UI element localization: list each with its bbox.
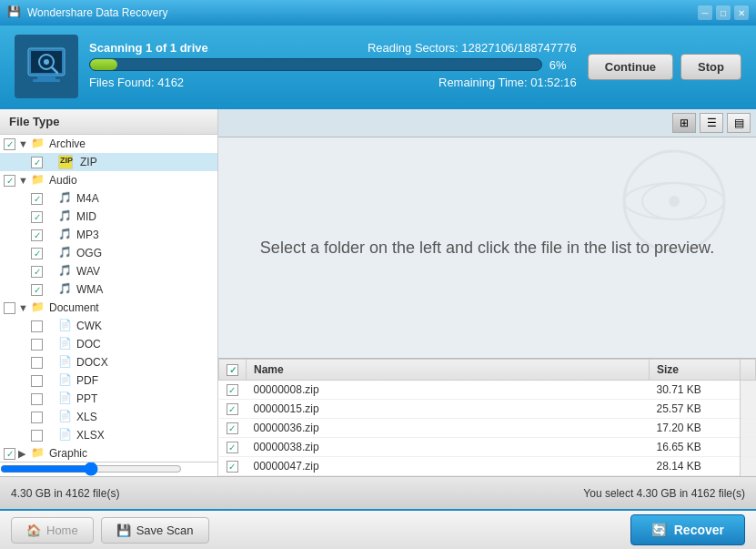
tree-check-pdf[interactable]	[31, 375, 43, 387]
cwk-icon: 📄	[58, 319, 73, 333]
row-size-1: 25.57 KB	[650, 400, 741, 419]
scroll-cell	[741, 438, 756, 457]
file-list: Name Size 00000008.zip 30.71 KB 00000015…	[218, 358, 756, 476]
close-button[interactable]: ✕	[734, 5, 749, 20]
zip-icon: ZIP	[58, 155, 73, 169]
progress-percent: 6%	[549, 58, 577, 72]
row-check-0[interactable]	[227, 384, 238, 396]
tree-item-zip[interactable]: ZIP ZIP	[0, 153, 217, 171]
tree-check-mp3[interactable]	[31, 229, 43, 241]
tree-check-zip[interactable]	[31, 157, 43, 168]
tree-hscroll[interactable]	[0, 463, 182, 475]
window-controls: ─ □ ✕	[698, 5, 749, 20]
table-row[interactable]: 00000008.zip 30.71 KB	[219, 381, 756, 400]
table-header-row: Name Size	[219, 360, 756, 381]
row-name-4: 00000047.zip	[247, 457, 650, 476]
stop-button[interactable]: Stop	[680, 54, 741, 80]
tree-item-m4a[interactable]: 🎵 M4A	[0, 189, 217, 208]
tree-check-doc[interactable]	[31, 339, 43, 351]
minimize-button[interactable]: ─	[698, 5, 712, 20]
ogg-icon: 🎵	[58, 246, 73, 260]
expand-archive[interactable]: ▼	[18, 138, 29, 149]
tree-item-wma[interactable]: 🎵 WMA	[0, 280, 217, 299]
tree-check-m4a[interactable]	[31, 193, 43, 205]
file-table: Name Size 00000008.zip 30.71 KB 00000015…	[218, 359, 756, 476]
tree-item-mid[interactable]: 🎵 MID	[0, 208, 217, 226]
continue-button[interactable]: Continue	[588, 54, 673, 80]
tree-check-xlsx[interactable]	[31, 430, 43, 442]
tree-scrollbar-x[interactable]	[0, 462, 217, 476]
tree-item-audio[interactable]: ▼ 📁 Audio	[0, 171, 217, 189]
tree-check-wma[interactable]	[31, 284, 43, 296]
tree-item-xlsx[interactable]: 📄 XLSX	[0, 426, 217, 444]
row-check-2[interactable]	[227, 422, 238, 434]
tree-check-cwk[interactable]	[31, 320, 43, 332]
m4a-icon: 🎵	[58, 191, 73, 206]
scanning-label: Scanning 1 of 1 drive	[89, 41, 208, 55]
scroll-cell	[741, 457, 756, 476]
titlebar: 💾 Wondershare Data Recovery ─ □ ✕	[0, 0, 756, 25]
tree-item-document[interactable]: ▼ 📁 Document	[0, 299, 217, 317]
tree-check-mid[interactable]	[31, 211, 43, 223]
col-check-header	[219, 360, 247, 381]
tree-check-ppt[interactable]	[31, 393, 43, 405]
tree-item-docx[interactable]: 📄 DOCX	[0, 353, 217, 371]
select-all-check[interactable]	[227, 364, 238, 376]
tree-item-cwk[interactable]: 📄 CWK	[0, 317, 217, 335]
tree-item-archive[interactable]: ▼ 📁 Archive	[0, 135, 217, 153]
row-size-2: 17.20 KB	[650, 419, 741, 438]
table-row[interactable]: 00000015.zip 25.57 KB	[219, 400, 756, 419]
table-row[interactable]: 00000047.zip 28.14 KB	[219, 457, 756, 476]
tree-check-docx[interactable]	[31, 357, 43, 369]
status-left: 4.30 GB in 4162 file(s)	[11, 487, 583, 500]
actionbar: 🏠 Home 💾 Save Scan 🔄 Recover	[0, 509, 756, 549]
scan-icon-container	[15, 35, 78, 98]
tree-container[interactable]: ▼ 📁 Archive ZIP ZIP ▼ 📁 Audio 🎵	[0, 135, 217, 462]
tree-item-xls[interactable]: 📄 XLS	[0, 408, 217, 426]
expand-graphic[interactable]: ▶	[18, 448, 29, 460]
row-check-3[interactable]	[227, 442, 238, 453]
view-toolbar: ⊞ ☰ ▤	[218, 109, 756, 137]
expand-audio[interactable]: ▼	[18, 175, 29, 186]
tree-check-archive[interactable]	[4, 138, 15, 150]
table-row[interactable]: 00000036.zip 17.20 KB	[219, 419, 756, 438]
tree-item-graphic[interactable]: ▶ 📁 Graphic	[0, 444, 217, 462]
view-list-button[interactable]: ☰	[700, 113, 723, 133]
tree-item-pdf[interactable]: 📄 PDF	[0, 371, 217, 390]
reading-label: Reading Sectors: 12827106/188747776	[368, 41, 577, 55]
scan-buttons: Continue Stop	[588, 54, 741, 80]
tree-check-graphic[interactable]	[4, 448, 15, 460]
file-rows: 00000008.zip 30.71 KB 00000015.zip 25.57…	[219, 381, 756, 476]
scroll-cell	[741, 381, 756, 400]
maximize-button[interactable]: □	[716, 5, 731, 20]
tree-check-xls[interactable]	[31, 412, 43, 423]
tree-check-document[interactable]	[4, 302, 15, 314]
tree-item-doc[interactable]: 📄 DOC	[0, 335, 217, 353]
row-check-4[interactable]	[227, 461, 238, 473]
status-right: You select 4.30 GB in 4162 file(s)	[583, 487, 745, 500]
tree-item-mp3[interactable]: 🎵 MP3	[0, 226, 217, 244]
save-scan-button[interactable]: 💾 Save Scan	[101, 517, 209, 544]
tree-check-audio[interactable]	[4, 175, 15, 187]
home-button[interactable]: 🏠 Home	[11, 517, 94, 544]
row-check-1[interactable]	[227, 403, 238, 415]
xlsx-icon: 📄	[58, 428, 73, 442]
xls-icon: 📄	[58, 410, 73, 424]
view-detail-button[interactable]: ▤	[727, 113, 751, 133]
table-row[interactable]: 00000038.zip 16.65 KB	[219, 438, 756, 457]
tree-check-wav[interactable]	[31, 266, 43, 278]
tree-item-wav[interactable]: 🎵 WAV	[0, 262, 217, 280]
row-name-3: 00000038.zip	[247, 438, 650, 457]
scroll-cell	[741, 400, 756, 419]
preview-text: Select a folder on the left and click th…	[242, 220, 732, 276]
row-size-0: 30.71 KB	[650, 381, 741, 400]
mp3-icon: 🎵	[58, 228, 73, 242]
expand-document[interactable]: ▼	[18, 302, 29, 313]
view-grid-button[interactable]: ⊞	[672, 113, 696, 133]
recover-button[interactable]: 🔄 Recover	[630, 514, 745, 545]
row-size-3: 16.65 KB	[650, 438, 741, 457]
tree-item-ogg[interactable]: 🎵 OGG	[0, 244, 217, 262]
tree-check-ogg[interactable]	[31, 248, 43, 259]
app-icon: 💾	[7, 5, 22, 20]
tree-item-ppt[interactable]: 📄 PPT	[0, 390, 217, 408]
